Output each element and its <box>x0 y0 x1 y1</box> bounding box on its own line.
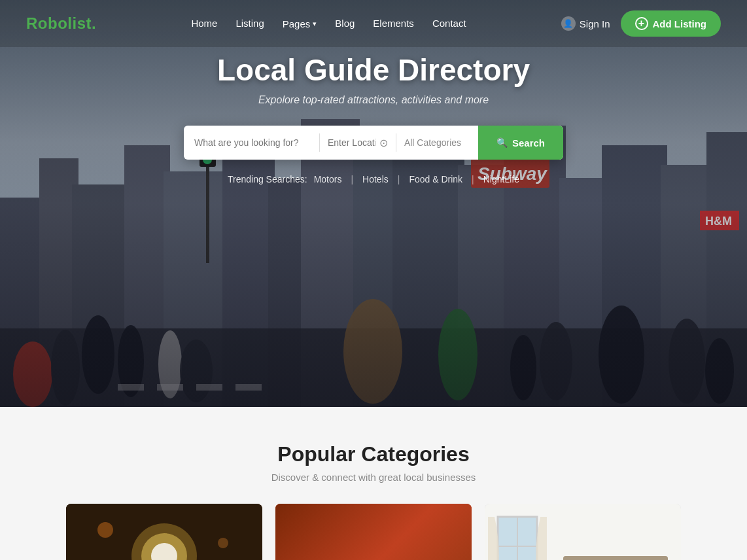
svg-point-71 <box>313 516 329 531</box>
popular-categories-section: Popular Categories Discover & connect wi… <box>0 407 747 560</box>
search-button[interactable]: 🔍 Search <box>478 126 563 160</box>
svg-rect-53 <box>275 504 295 517</box>
search-icon: 🔍 <box>496 137 508 148</box>
svg-rect-54 <box>295 504 315 517</box>
search-bar: ⊙ All Categories Motors Hotels Food & Dr… <box>184 126 563 160</box>
plus-icon: + <box>635 17 648 30</box>
popular-categories-subtitle: Discover & connect with great local busi… <box>26 472 721 483</box>
trending-tags: Motors | Hotels | Food & Drink | NightLi… <box>314 174 519 184</box>
navbar-actions: 👤 Sign In + Add Listing <box>561 10 721 37</box>
nav-item-contact[interactable]: Contact <box>432 18 466 29</box>
category-entertainment-image <box>66 504 262 560</box>
brand-logo[interactable]: Robolist. <box>26 14 96 33</box>
category-select[interactable]: All Categories Motors Hotels Food & Drin… <box>396 128 478 157</box>
nav-link-pages[interactable]: Pages <box>283 18 311 29</box>
trending-sep-3: | <box>472 174 474 184</box>
svg-point-65 <box>334 536 413 560</box>
svg-rect-62 <box>452 504 472 517</box>
category-food-image <box>275 504 472 560</box>
svg-point-48 <box>218 538 228 548</box>
trending-tag-food[interactable]: Food & Drink <box>409 174 462 184</box>
trending-label: Trending Searches: <box>228 174 307 184</box>
nav-link-listing[interactable]: Listing <box>235 18 264 29</box>
nav-links: Home Listing Pages Blog Elements Contact <box>191 18 466 29</box>
category-card-accommodation[interactable] <box>485 504 681 560</box>
popular-categories-title: Popular Categories <box>26 442 721 466</box>
svg-rect-56 <box>334 504 354 517</box>
trending-sep-2: | <box>398 174 400 184</box>
sign-in-label: Sign In <box>580 18 610 29</box>
svg-rect-59 <box>393 504 413 517</box>
search-what-input[interactable] <box>184 128 319 157</box>
svg-rect-61 <box>432 504 452 517</box>
brand-name: Robolist <box>26 14 92 32</box>
svg-rect-82 <box>563 556 668 560</box>
svg-rect-57 <box>354 504 373 517</box>
svg-point-66 <box>355 557 366 560</box>
nav-item-pages[interactable]: Pages <box>283 18 317 29</box>
svg-rect-52 <box>275 504 472 560</box>
category-card-entertainment[interactable] <box>66 504 262 560</box>
nav-item-listing[interactable]: Listing <box>235 18 264 29</box>
add-listing-label: Add Listing <box>653 18 707 29</box>
category-card-food[interactable] <box>275 504 472 560</box>
categories-grid <box>26 504 721 560</box>
svg-point-47 <box>97 522 113 538</box>
svg-point-67 <box>379 555 388 560</box>
trending-tag-nightlife[interactable]: NightLife <box>483 174 519 184</box>
nav-item-home[interactable]: Home <box>191 18 217 29</box>
svg-rect-58 <box>373 504 393 517</box>
nav-link-blog[interactable]: Blog <box>335 18 355 29</box>
location-icon[interactable]: ⊙ <box>379 137 388 149</box>
nav-link-home[interactable]: Home <box>191 18 217 29</box>
nav-item-elements[interactable]: Elements <box>373 18 414 29</box>
add-listing-button[interactable]: + Add Listing <box>621 10 721 37</box>
hero-section: Subway H&M Robolist. Home Listing Pages … <box>0 0 747 407</box>
svg-rect-60 <box>413 504 432 517</box>
svg-point-63 <box>321 523 426 560</box>
svg-point-73 <box>329 512 339 522</box>
search-location-field: ⊙ <box>320 128 396 158</box>
trending-tag-motors[interactable]: Motors <box>314 174 342 184</box>
search-button-label: Search <box>512 137 545 149</box>
category-accommodation-image <box>485 504 681 560</box>
search-location-input[interactable] <box>328 137 375 148</box>
hero-title: Local Guide Directory <box>217 52 530 88</box>
nav-item-blog[interactable]: Blog <box>335 18 355 29</box>
svg-point-64 <box>326 529 421 560</box>
svg-rect-55 <box>315 504 334 517</box>
sign-in-button[interactable]: 👤 Sign In <box>561 16 610 31</box>
hero-subtitle: Expolore top-rated attractions, activiti… <box>258 94 489 106</box>
navbar: Robolist. Home Listing Pages Blog Elemen… <box>0 0 747 47</box>
user-icon: 👤 <box>561 16 576 31</box>
trending-tag-hotels[interactable]: Hotels <box>362 174 389 184</box>
nav-link-contact[interactable]: Contact <box>432 18 466 29</box>
brand-dot: . <box>92 14 96 32</box>
trending-section: Trending Searches: Motors | Hotels | Foo… <box>228 174 519 184</box>
svg-point-72 <box>302 527 314 539</box>
trending-sep-1: | <box>351 174 353 184</box>
nav-link-elements[interactable]: Elements <box>373 18 414 29</box>
